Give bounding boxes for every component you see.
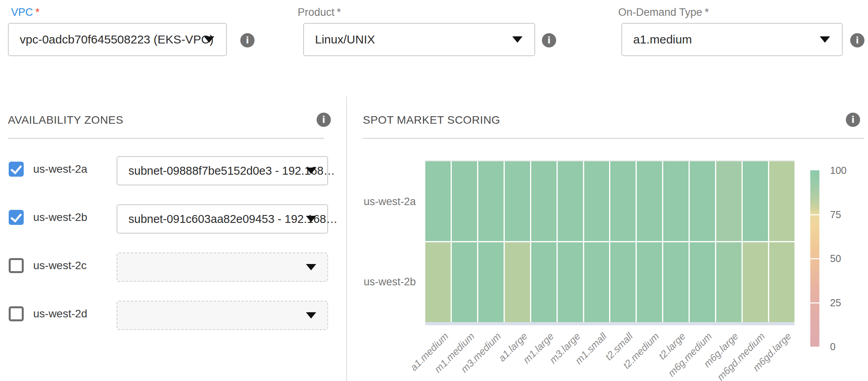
caret-down-icon xyxy=(204,36,214,43)
caret-down-icon xyxy=(306,168,316,174)
zone-label-us-west-2b: us-west-2b xyxy=(33,211,87,224)
heatmap-cell-us-west-2b-m6g.medium xyxy=(690,242,715,322)
heatmap-cell-us-west-2a-m6gd.medium xyxy=(743,161,768,241)
colorbar-label-100: 100 xyxy=(830,165,847,176)
spot-market-scoring-title: SPOT MARKET SCORING xyxy=(363,114,500,126)
heatmap-cell-us-west-2a-t2.small xyxy=(610,161,636,241)
heatmap-cell-us-west-2a-t2.large xyxy=(663,161,689,241)
heatmap-cell-us-west-2b-t2.large xyxy=(663,242,689,322)
availability-zones-divider xyxy=(8,138,324,139)
required-asterisk: * xyxy=(337,6,341,18)
caret-down-icon xyxy=(512,36,523,43)
heatmap-cell-us-west-2b-a1.large xyxy=(505,242,530,322)
heatmap-colorbar xyxy=(810,170,819,347)
heatmap-cell-us-west-2b-m3.large xyxy=(558,242,583,322)
colorbar-tick-50 xyxy=(810,258,819,259)
vpc-select-value: vpc-0adcb70f645508223 (EKS-VPC) xyxy=(20,24,213,55)
product-select[interactable]: Linux/UNIX xyxy=(303,23,535,56)
zone-label-us-west-2d: us-west-2d xyxy=(33,307,87,321)
on-demand-type-label: On-Demand Type* xyxy=(618,6,709,19)
vpc-label-text: VPC xyxy=(11,6,33,18)
caret-down-icon xyxy=(306,216,316,222)
caret-down-icon xyxy=(306,312,316,319)
heatmap-cell-us-west-2a-m3.medium xyxy=(478,161,504,241)
colorbar-tick-75 xyxy=(810,214,819,215)
product-info-icon[interactable]: i xyxy=(542,33,556,47)
heatmap-cell-us-west-2a-t2.medium xyxy=(637,161,662,241)
heatmap-row-label-us-west-2a: us-west-2a xyxy=(348,195,416,208)
heatmap-cell-us-west-2a-a1.medium xyxy=(425,161,451,241)
spot-market-scoring-info-icon[interactable]: i xyxy=(846,113,860,127)
heatmap-bottom-axis xyxy=(425,322,794,325)
spot-market-scoring-divider xyxy=(363,138,864,139)
check-icon xyxy=(11,211,22,223)
caret-down-icon xyxy=(820,36,830,43)
heatmap-cell-us-west-2b-m1.large xyxy=(531,242,557,322)
subnet-select-us-west-2b[interactable]: subnet-091c603aa82e09453 - 192.168… xyxy=(117,204,328,234)
subnet-select-us-west-2a[interactable]: subnet-09888f7be5152d0e3 - 192.168… xyxy=(117,156,328,185)
heatmap-cell-us-west-2b-t2.medium xyxy=(637,242,662,322)
heatmap-cell-us-west-2b-m1.small xyxy=(584,242,609,322)
product-label-text: Product xyxy=(298,6,334,18)
required-asterisk: * xyxy=(705,6,709,18)
caret-down-icon xyxy=(306,264,316,270)
required-asterisk: * xyxy=(36,6,40,18)
availability-zones-info-icon[interactable]: i xyxy=(317,113,331,127)
check-icon xyxy=(11,162,22,174)
on-demand-type-label-text: On-Demand Type xyxy=(618,6,702,18)
checkbox-us-west-2d[interactable] xyxy=(9,306,24,321)
heatmap-cell-us-west-2b-t2.small xyxy=(610,242,636,322)
heatmap-row-label-us-west-2b: us-west-2b xyxy=(348,275,416,288)
colorbar-label-25: 25 xyxy=(830,297,841,308)
heatmap-cell-us-west-2a-m1.large xyxy=(531,161,557,241)
heatmap-cell-us-west-2a-m6gd.large xyxy=(769,161,794,241)
checkbox-us-west-2a[interactable] xyxy=(9,162,24,177)
zone-label-us-west-2c: us-west-2c xyxy=(33,259,87,272)
subnet-select-us-west-2d[interactable] xyxy=(117,301,328,330)
product-label: Product* xyxy=(298,6,341,19)
heatmap-cell-us-west-2b-m3.medium xyxy=(478,242,504,322)
on-demand-type-info-icon[interactable]: i xyxy=(850,33,864,47)
heatmap-cell-us-west-2a-m6g.medium xyxy=(690,161,715,241)
vpc-label: VPC* xyxy=(11,6,40,19)
heatmap xyxy=(425,161,794,322)
heatmap-cell-us-west-2b-a1.medium xyxy=(425,242,451,322)
vpc-select[interactable]: vpc-0adcb70f645508223 (EKS-VPC) xyxy=(8,23,227,56)
heatmap-cell-us-west-2b-m6gd.large xyxy=(769,242,794,322)
page: VPC* vpc-0adcb70f645508223 (EKS-VPC) i P… xyxy=(0,0,868,381)
subnet-select-us-west-2c[interactable] xyxy=(117,253,328,282)
colorbar-label-0: 0 xyxy=(830,341,836,352)
checkbox-us-west-2b[interactable] xyxy=(9,210,24,225)
zone-label-us-west-2a: us-west-2a xyxy=(33,162,87,176)
heatmap-cell-us-west-2b-m6g.large xyxy=(716,242,742,322)
heatmap-cell-us-west-2a-m3.large xyxy=(558,161,583,241)
heatmap-cell-us-west-2a-m1.small xyxy=(584,161,609,241)
heatmap-cell-us-west-2a-m6g.large xyxy=(716,161,742,241)
subnet-select-value: subnet-09888f7be5152d0e3 - 192.168… xyxy=(128,157,335,185)
product-select-value: Linux/UNIX xyxy=(315,24,375,55)
colorbar-label-50: 50 xyxy=(830,253,841,264)
availability-zones-title: AVAILABILITY ZONES xyxy=(8,114,123,126)
on-demand-type-select[interactable]: a1.medium xyxy=(621,23,843,56)
on-demand-type-select-value: a1.medium xyxy=(633,24,692,55)
colorbar-tick-25 xyxy=(810,302,819,304)
vpc-info-icon[interactable]: i xyxy=(240,33,255,47)
heatmap-cell-us-west-2b-m1.medium xyxy=(452,242,477,322)
heatmap-cell-us-west-2a-m1.medium xyxy=(452,161,477,241)
heatmap-cell-us-west-2b-m6gd.medium xyxy=(743,242,768,322)
panel-divider xyxy=(346,96,347,381)
checkbox-us-west-2c[interactable] xyxy=(9,258,24,273)
heatmap-cell-us-west-2a-a1.large xyxy=(505,161,530,241)
colorbar-label-75: 75 xyxy=(830,209,841,220)
